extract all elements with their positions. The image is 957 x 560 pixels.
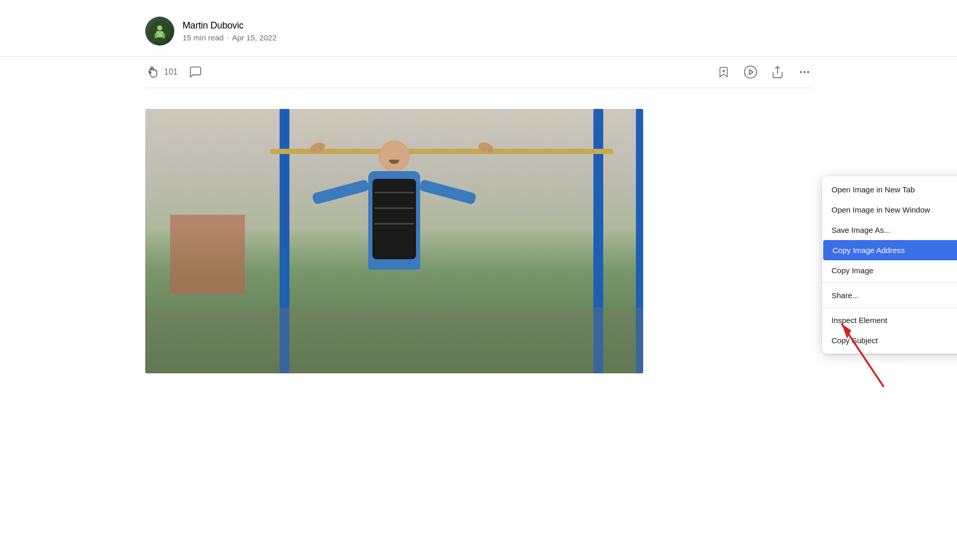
- svg-point-1: [157, 25, 162, 31]
- author-section: Martin Dubovic 15 min read · Apr 15, 202…: [0, 0, 957, 56]
- context-menu-item-copy-image[interactable]: Copy Image: [822, 260, 957, 281]
- context-menu: Open Image in New Tab Open Image in New …: [822, 176, 957, 354]
- toolbar-wrapper: 101: [0, 57, 957, 88]
- context-menu-item-copy-subject[interactable]: Copy Subject: [822, 330, 957, 351]
- article-toolbar: 101: [145, 57, 812, 88]
- read-time: 15 min read: [183, 33, 224, 42]
- context-menu-item-share[interactable]: Share...: [822, 285, 957, 305]
- context-menu-item-open-new-tab[interactable]: Open Image in New Tab: [822, 179, 957, 200]
- play-icon: [743, 65, 758, 79]
- context-menu-item-open-new-window[interactable]: Open Image in New Window: [822, 200, 957, 220]
- article-body: Open Image in New Tab Open Image in New …: [145, 88, 812, 375]
- author-info: Martin Dubovic 15 min read · Apr 15, 202…: [183, 20, 276, 42]
- svg-rect-3: [155, 33, 157, 38]
- article-image[interactable]: [145, 109, 643, 373]
- svg-point-10: [800, 71, 802, 73]
- clap-button[interactable]: 101: [145, 65, 178, 79]
- toolbar-right: [716, 65, 812, 79]
- svg-point-11: [803, 71, 806, 73]
- clap-count: 101: [164, 67, 178, 77]
- share-icon: [771, 65, 784, 79]
- author-avatar[interactable]: [145, 17, 174, 46]
- author-meta: 15 min read · Apr 15, 2022: [183, 33, 276, 42]
- context-menu-divider-1: [822, 283, 957, 283]
- context-menu-item-inspect[interactable]: Inspect Element: [822, 310, 957, 330]
- author-name[interactable]: Martin Dubovic: [183, 20, 276, 31]
- bookmark-button[interactable]: [716, 65, 731, 79]
- dot-separator: ·: [227, 33, 229, 42]
- more-button[interactable]: [797, 65, 812, 79]
- person-figure: [311, 141, 477, 270]
- listen-button[interactable]: [743, 65, 758, 79]
- image-container: Open Image in New Tab Open Image in New …: [145, 109, 812, 373]
- full-page: Martin Dubovic 15 min read · Apr 15, 202…: [0, 0, 957, 375]
- publish-date: Apr 15, 2022: [232, 33, 276, 42]
- toolbar-left: 101: [145, 65, 203, 79]
- main-content: Open Image in New Tab Open Image in New …: [0, 88, 957, 375]
- context-menu-item-copy-address[interactable]: Copy Image Address: [823, 240, 957, 260]
- context-menu-item-save-image[interactable]: Save Image As...: [822, 220, 957, 240]
- comment-button[interactable]: [188, 65, 203, 79]
- ellipsis-icon: [798, 66, 811, 78]
- comment-icon: [189, 65, 202, 79]
- context-menu-divider-2: [822, 307, 957, 308]
- share-button[interactable]: [770, 65, 785, 79]
- svg-point-7: [744, 66, 756, 78]
- svg-marker-8: [750, 69, 753, 74]
- svg-rect-4: [162, 33, 165, 38]
- clap-icon: [145, 65, 160, 79]
- svg-point-12: [807, 71, 809, 73]
- svg-rect-2: [156, 31, 163, 37]
- bookmark-icon: [717, 66, 730, 78]
